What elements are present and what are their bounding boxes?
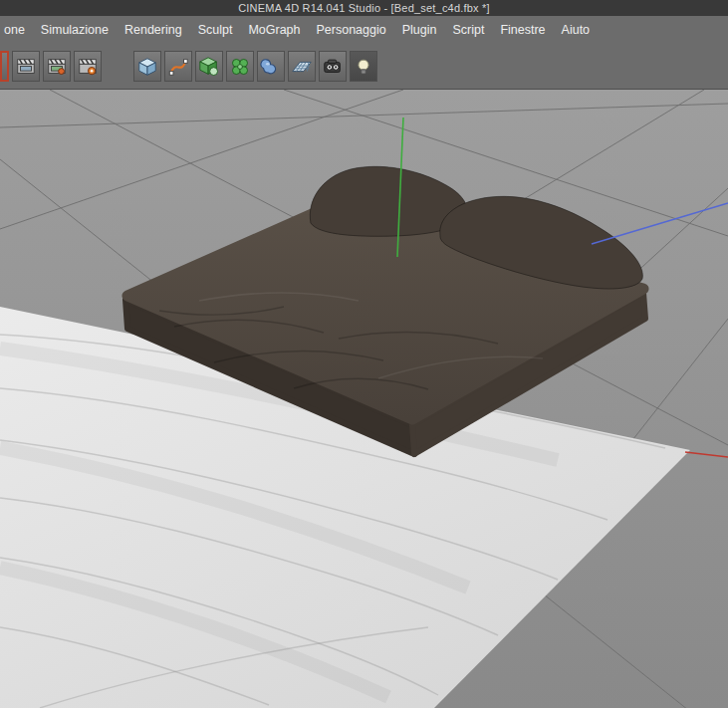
floor-button[interactable] <box>288 51 316 82</box>
metaball-icon <box>260 56 282 78</box>
render-picture-viewer-button[interactable] <box>43 51 71 82</box>
menu-item-mograph[interactable]: MoGraph <box>240 19 308 41</box>
window-title: CINEMA 4D R14.041 Studio - [Bed_set_c4d.… <box>238 2 490 14</box>
subdivision-surface-button[interactable] <box>195 51 223 82</box>
menu-item-animazione[interactable]: one <box>2 19 33 41</box>
cube-primitive-button[interactable] <box>133 51 161 82</box>
clapperboard-icon <box>15 56 37 78</box>
menu-bar: one Simulazione Rendering Sculpt MoGraph… <box>0 16 728 44</box>
menu-item-aiuto[interactable]: Aiuto <box>554 19 599 41</box>
spline-button[interactable] <box>164 51 192 82</box>
light-bulb-icon <box>353 56 374 78</box>
viewport-scene <box>0 90 728 708</box>
partial-tool-button[interactable] <box>0 51 9 82</box>
array-clover-icon <box>229 56 251 78</box>
menu-item-script[interactable]: Script <box>444 19 492 41</box>
clapperboard-gear-icon <box>77 56 99 78</box>
camera-icon <box>322 56 344 78</box>
render-settings-button[interactable] <box>74 51 102 82</box>
subdivision-surface-icon <box>198 56 220 78</box>
clapperboard-picture-icon <box>46 56 68 78</box>
viewport-3d[interactable] <box>0 90 728 708</box>
cube-icon <box>136 56 158 78</box>
menu-item-simulazione[interactable]: Simulazione <box>33 19 117 41</box>
array-button[interactable] <box>226 51 254 82</box>
floor-grid-icon <box>290 56 314 78</box>
menu-item-plugin[interactable]: Plugin <box>394 19 445 41</box>
menu-item-personaggio[interactable]: Personaggio <box>309 19 394 41</box>
title-bar: CINEMA 4D R14.041 Studio - [Bed_set_c4d.… <box>0 0 728 16</box>
app-window: CINEMA 4D R14.041 Studio - [Bed_set_c4d.… <box>0 0 728 708</box>
camera-button[interactable] <box>319 51 347 82</box>
metaball-button[interactable] <box>257 51 285 82</box>
menu-item-finestre[interactable]: Finestre <box>492 19 553 41</box>
spline-icon <box>167 56 189 78</box>
render-view-button[interactable] <box>12 51 40 82</box>
menu-item-rendering[interactable]: Rendering <box>117 19 190 41</box>
toolbar <box>0 44 728 90</box>
menu-item-sculpt[interactable]: Sculpt <box>190 19 241 41</box>
light-button[interactable] <box>350 51 377 82</box>
